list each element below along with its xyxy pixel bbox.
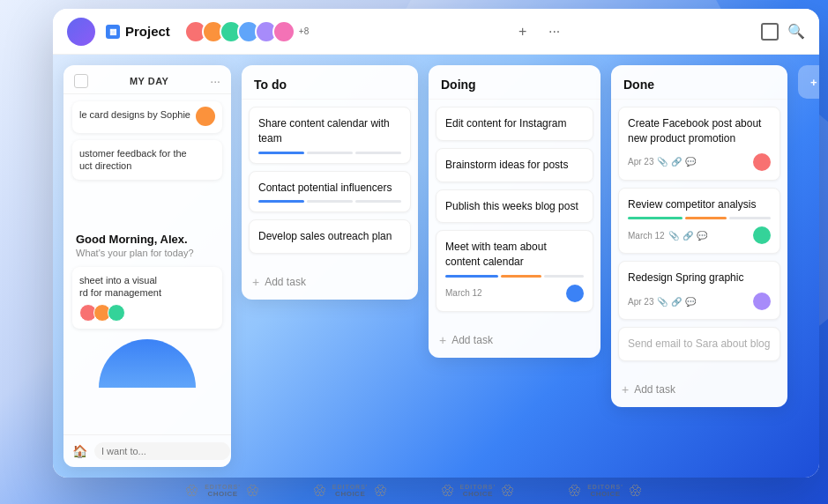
todo-header: To do: [242, 65, 418, 100]
laurel-icon-4r: 🏵: [629, 483, 643, 499]
editors-label-4: EDITORS': [587, 484, 623, 490]
doing-add-task[interactable]: + Add task: [429, 326, 600, 358]
add-section-label: + Add section: [810, 76, 819, 89]
done-tasks: Create Facebook post about new product p…: [611, 100, 787, 375]
bar-3: [355, 152, 401, 154]
half-circle-decoration: [99, 339, 196, 388]
editors-choice-3: 🏵 EDITORS' CHOICE 🏵: [441, 483, 516, 499]
done-add-task[interactable]: + Add task: [611, 375, 787, 407]
done-header: Done: [611, 65, 787, 100]
bar-b3: [355, 200, 401, 203]
done-task-3: Redesign Spring graphic Apr 23 📎 🔗 💬: [618, 261, 780, 320]
done-bar-o: [685, 217, 727, 219]
done-meta-left-2: March 12 📎 🔗 💬: [628, 231, 707, 241]
editors-choice-text-3: EDITORS' CHOICE: [460, 484, 496, 498]
task-title-3: Develop sales outreach plan: [258, 229, 401, 244]
done-meta-left-1: Apr 23 📎 🔗 💬: [628, 157, 696, 167]
my-day-more-button[interactable]: ···: [210, 74, 220, 88]
doing-tasks: Edit content for Instagram Brainstorm id…: [429, 100, 600, 326]
laurel-icon-1r: 🏵: [246, 483, 260, 499]
done-meta-left-3: Apr 23 📎 🔗 💬: [628, 297, 696, 307]
square-icon[interactable]: [761, 23, 779, 41]
doing-progress: [445, 275, 584, 278]
done-task-title-4: Send email to Sara about blog: [628, 337, 771, 352]
editors-choice-text-2: EDITORS' CHOICE: [332, 484, 369, 498]
my-day-input[interactable]: [94, 442, 230, 460]
editors-sublabel-2: CHOICE: [335, 490, 365, 498]
editors-choice-text-4: EDITORS' CHOICE: [587, 484, 623, 498]
done-avatar-1: [753, 153, 771, 171]
todo-add-task[interactable]: + Add task: [242, 268, 418, 300]
bottom-bar: 🏵 EDITORS' CHOICE 🏵 🏵 EDITORS' CHOICE 🏵 …: [0, 478, 828, 504]
avatar-count: +8: [299, 26, 309, 36]
doing-task-title-2: Brainstorm ideas for posts: [445, 158, 584, 173]
editors-choice-text-1: EDITORS' CHOICE: [205, 484, 241, 498]
task-title-2: Contact potential influencers: [258, 181, 401, 196]
project-title: Project: [106, 24, 170, 39]
my-day-card-3: sheet into a visualrd for management: [72, 267, 222, 330]
my-day-header: MY DAY ···: [63, 65, 231, 94]
app-window: Project +8 + ··· 🔍 MY DAY ···: [53, 9, 819, 478]
greeting-sub: What's your plan for today?: [76, 248, 219, 258]
greeting-text: Good Morning, Alex.: [76, 233, 219, 246]
todo-task-1: Share content calendar with team: [249, 107, 411, 164]
done-meta-2: March 12 📎 🔗 💬: [628, 226, 771, 244]
link-icon-1: 🔗: [671, 157, 682, 167]
editors-label-3: EDITORS': [460, 484, 496, 490]
attachment-icon-2: 📎: [668, 231, 679, 241]
doing-header: Doing: [429, 65, 600, 100]
done-task-1: Create Facebook post about new product p…: [618, 107, 780, 181]
done-plus-icon: +: [622, 382, 629, 397]
card-avatars: [79, 304, 215, 322]
home-icon[interactable]: 🏠: [72, 444, 87, 458]
progress-bars-2: [258, 200, 401, 203]
card-av-3: [108, 304, 125, 322]
done-task-title-2: Review competitor analysis: [628, 197, 771, 212]
doing-task-3: Publish this weeks blog post: [436, 189, 593, 224]
my-day-card-1: le card designs by Sophie: [72, 101, 222, 133]
my-day-panel: MY DAY ··· le card designs by Sophie ust…: [63, 65, 231, 467]
card-text-1: le card designs by Sophie: [79, 108, 215, 121]
doing-column: Doing Edit content for Instagram Brainst…: [429, 65, 600, 358]
doing-bar-2: [501, 275, 541, 278]
msg-icon-1: 💬: [685, 157, 696, 167]
done-avatar-2: [753, 226, 771, 244]
todo-task-3: Develop sales outreach plan: [249, 219, 411, 254]
bar-b1: [258, 200, 304, 203]
more-button[interactable]: ···: [542, 19, 567, 44]
top-bar-actions: + ···: [511, 19, 567, 44]
doing-task-title-4: Meet with team about content calendar: [445, 240, 584, 270]
done-meta-1: Apr 23 📎 🔗 💬: [628, 153, 771, 171]
add-task-label: Add task: [265, 276, 306, 288]
search-icon[interactable]: 🔍: [787, 23, 805, 40]
laurel-icon-1: 🏵: [185, 483, 199, 499]
task-date: March 12: [445, 288, 482, 298]
msg-icon-2: 💬: [697, 231, 707, 241]
done-task-4: Send email to Sara about blog: [618, 327, 780, 361]
todo-column: To do Share content calendar with team C…: [242, 65, 418, 300]
bar-1: [258, 152, 304, 154]
plus-icon: +: [252, 275, 259, 289]
top-right-icons: 🔍: [761, 23, 805, 41]
card-text-3: sheet into a visualrd for management: [79, 274, 215, 300]
done-column: Done Create Facebook post about new prod…: [611, 65, 787, 407]
laurel-icon-2r: 🏵: [374, 483, 388, 499]
doing-task-title-3: Publish this weeks blog post: [445, 199, 584, 214]
add-section-button[interactable]: + Add section: [798, 65, 819, 99]
add-button[interactable]: +: [511, 19, 535, 44]
done-bar-gray: [729, 217, 771, 219]
link-icon-3: 🔗: [671, 297, 682, 307]
editors-label-2: EDITORS': [332, 484, 369, 490]
doing-task-4: Meet with team about content calendar Ma…: [436, 230, 593, 312]
done-date-3: Apr 23: [628, 297, 653, 307]
doing-bar-1: [445, 275, 498, 278]
attachment-icon-1: 📎: [657, 157, 668, 167]
done-task-2: Review competitor analysis March 12 📎 🔗: [618, 188, 780, 255]
msg-icon-3: 💬: [685, 297, 696, 307]
done-avatar-3: [753, 293, 771, 310]
my-day-checkbox[interactable]: [74, 74, 88, 88]
avatar: [67, 18, 95, 46]
doing-add-label: Add task: [451, 334, 493, 346]
done-task-title-3: Redesign Spring graphic: [628, 271, 771, 285]
editors-sublabel-1: CHOICE: [207, 490, 237, 498]
